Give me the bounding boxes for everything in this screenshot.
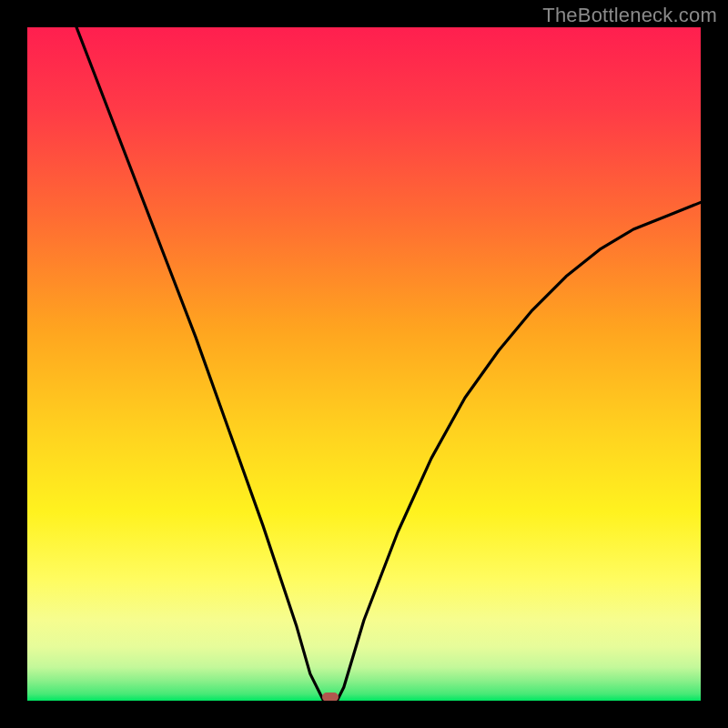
chart-frame: TheBottleneck.com (0, 0, 728, 728)
plot-area (27, 27, 701, 701)
watermark-text: TheBottleneck.com (542, 4, 717, 27)
minimum-marker (322, 693, 339, 701)
bottleneck-curve (27, 27, 701, 701)
